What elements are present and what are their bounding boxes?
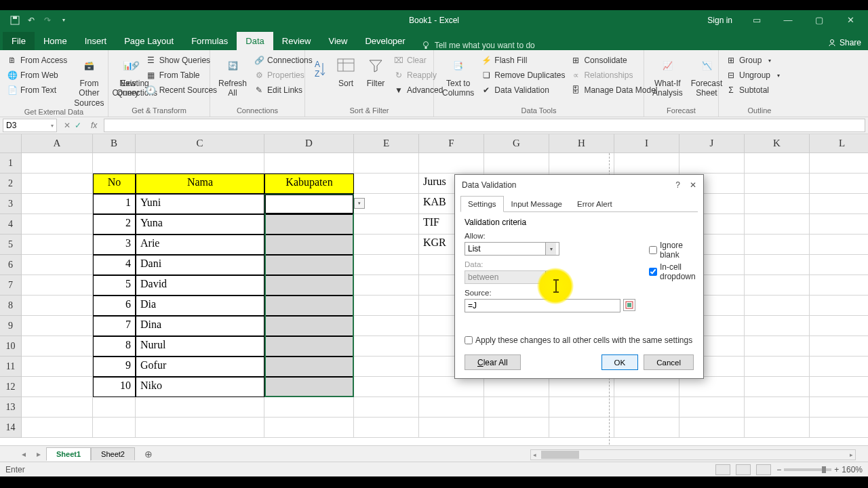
cell[interactable]: Dina bbox=[136, 316, 264, 336]
cell[interactable]: Nurul bbox=[136, 336, 264, 357]
cell[interactable] bbox=[354, 296, 419, 316]
cell[interactable] bbox=[22, 255, 93, 275]
cell[interactable] bbox=[810, 174, 868, 194]
name-box[interactable]: D3▾ bbox=[3, 119, 57, 132]
cell[interactable] bbox=[810, 336, 868, 357]
tab-review[interactable]: Review bbox=[273, 32, 320, 50]
cell[interactable] bbox=[93, 418, 136, 438]
cell[interactable]: No bbox=[93, 174, 136, 194]
undo-icon[interactable]: ↶ bbox=[24, 14, 38, 27]
cell[interactable] bbox=[22, 153, 93, 174]
cell[interactable] bbox=[614, 377, 679, 397]
dialog-tab-error-alert[interactable]: Error Alert bbox=[570, 196, 620, 212]
sheet-nav-prev-icon[interactable]: ◂ bbox=[22, 449, 26, 459]
cell[interactable] bbox=[354, 397, 419, 418]
cell[interactable] bbox=[93, 397, 136, 418]
share-button[interactable]: Share bbox=[827, 38, 861, 47]
tab-view[interactable]: View bbox=[319, 32, 356, 50]
cell[interactable] bbox=[419, 397, 484, 418]
cell[interactable] bbox=[22, 235, 93, 255]
row-header[interactable]: 14 bbox=[0, 418, 22, 438]
cell[interactable] bbox=[419, 153, 484, 174]
cell[interactable] bbox=[136, 397, 264, 418]
cell[interactable]: 3 bbox=[93, 235, 136, 255]
cell[interactable] bbox=[745, 316, 810, 336]
cell[interactable]: Yuna bbox=[136, 214, 264, 235]
row-header[interactable]: 13 bbox=[0, 397, 22, 418]
cell[interactable] bbox=[745, 418, 810, 438]
cell[interactable] bbox=[745, 174, 810, 194]
cell[interactable] bbox=[614, 418, 679, 438]
cell[interactable]: 10 bbox=[93, 377, 136, 397]
cell[interactable] bbox=[810, 194, 868, 214]
row-header[interactable]: 6 bbox=[0, 255, 22, 275]
cell[interactable] bbox=[136, 153, 264, 174]
cell[interactable] bbox=[354, 316, 419, 336]
cell[interactable] bbox=[264, 377, 354, 397]
cell[interactable] bbox=[22, 275, 93, 296]
cell[interactable] bbox=[354, 275, 419, 296]
cell[interactable] bbox=[93, 153, 136, 174]
cell[interactable]: Niko bbox=[136, 377, 264, 397]
show-queries-button[interactable]: ☰Show Queries bbox=[143, 54, 220, 67]
cell[interactable] bbox=[22, 357, 93, 377]
recent-sources-button[interactable]: 🕘Recent Sources bbox=[143, 83, 220, 97]
enter-formula-icon[interactable]: ✓ bbox=[75, 121, 81, 130]
cell[interactable] bbox=[484, 418, 549, 438]
column-header[interactable]: J bbox=[679, 134, 745, 153]
cell[interactable] bbox=[354, 153, 419, 174]
source-input[interactable]: =J bbox=[465, 299, 620, 312]
cell[interactable]: 4 bbox=[93, 255, 136, 275]
save-icon[interactable] bbox=[8, 14, 22, 27]
view-break-button[interactable] bbox=[756, 464, 771, 475]
tab-page-layout[interactable]: Page Layout bbox=[115, 32, 182, 50]
ok-button[interactable]: OK bbox=[601, 354, 639, 370]
cell[interactable] bbox=[745, 214, 810, 235]
cell[interactable]: Dia bbox=[136, 296, 264, 316]
cell[interactable]: Dani bbox=[136, 255, 264, 275]
cell[interactable] bbox=[810, 214, 868, 235]
cell[interactable] bbox=[264, 235, 354, 255]
tab-formulas[interactable]: Formulas bbox=[182, 32, 237, 50]
cell[interactable] bbox=[745, 377, 810, 397]
sort-az-button[interactable]: AZ bbox=[309, 52, 331, 97]
from-other-sources-button[interactable]: 🗃️From Other Sources bbox=[70, 52, 108, 108]
cell[interactable] bbox=[745, 235, 810, 255]
cancel-button[interactable]: Cancel bbox=[644, 354, 694, 370]
signin-link[interactable]: Sign in bbox=[707, 16, 732, 25]
column-header[interactable]: A bbox=[22, 134, 93, 153]
cell[interactable]: Nama bbox=[136, 174, 264, 194]
row-header[interactable]: 9 bbox=[0, 316, 22, 336]
cell[interactable] bbox=[745, 397, 810, 418]
cell[interactable] bbox=[745, 296, 810, 316]
cell[interactable] bbox=[22, 418, 93, 438]
cell[interactable] bbox=[614, 397, 679, 418]
dialog-titlebar[interactable]: Data Validation ? ✕ bbox=[455, 175, 703, 195]
tab-data[interactable]: Data bbox=[237, 32, 273, 50]
cell[interactable]: 8 bbox=[93, 336, 136, 357]
close-button[interactable]: ✕ bbox=[837, 10, 864, 30]
cell[interactable] bbox=[745, 275, 810, 296]
row-header[interactable]: 4 bbox=[0, 214, 22, 235]
flash-fill-button[interactable]: ⚡Flash Fill bbox=[478, 54, 568, 67]
cell[interactable] bbox=[810, 418, 868, 438]
cell[interactable] bbox=[354, 174, 419, 194]
cell[interactable] bbox=[484, 397, 549, 418]
qat-dropdown-icon[interactable]: ▾ bbox=[57, 14, 71, 27]
cell[interactable]: 6 bbox=[93, 296, 136, 316]
redo-icon[interactable]: ↷ bbox=[41, 14, 54, 27]
formula-input[interactable] bbox=[104, 119, 865, 132]
cell[interactable] bbox=[745, 153, 810, 174]
cell[interactable]: Gofur bbox=[136, 357, 264, 377]
cell[interactable] bbox=[549, 377, 614, 397]
cell[interactable] bbox=[745, 336, 810, 357]
clear-all-button[interactable]: Clear All bbox=[465, 354, 521, 370]
sort-button[interactable]: Sort bbox=[331, 52, 361, 97]
row-header[interactable]: 7 bbox=[0, 275, 22, 296]
tell-me-search[interactable]: Tell me what you want to do bbox=[421, 41, 535, 50]
cell[interactable]: Kabupaten bbox=[264, 174, 354, 194]
cell[interactable] bbox=[810, 255, 868, 275]
column-header[interactable]: D bbox=[264, 134, 354, 153]
cell[interactable] bbox=[810, 235, 868, 255]
cell[interactable]: 7 bbox=[93, 316, 136, 336]
